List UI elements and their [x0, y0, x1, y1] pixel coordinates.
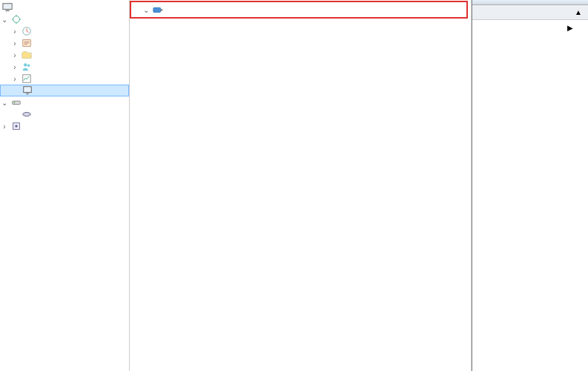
caret-up-icon: ▲: [575, 8, 582, 16]
tree-item[interactable]: ›: [0, 37, 129, 49]
tree-item[interactable]: ›: [0, 49, 129, 61]
shared-folders-icon: [21, 49, 33, 61]
chevron-right-icon[interactable]: ›: [0, 122, 9, 131]
svg-point-11: [14, 102, 16, 104]
storage-icon: [10, 96, 22, 108]
chevron-down-icon[interactable]: ⌄: [0, 16, 9, 24]
tree-item[interactable]: ›: [0, 61, 129, 73]
svg-rect-10: [13, 101, 21, 104]
tree-item[interactable]: ›: [0, 25, 129, 37]
tree-storage[interactable]: ⌄: [0, 96, 129, 108]
chevron-right-icon[interactable]: ›: [10, 39, 19, 47]
svg-point-13: [26, 114, 27, 115]
device-tree: ⌄: [130, 0, 472, 371]
chevron-right-icon[interactable]: ›: [10, 51, 19, 59]
tree-services[interactable]: ›: [0, 120, 129, 132]
actions-subheader[interactable]: ▲: [472, 5, 588, 20]
local-users-icon: [21, 61, 33, 73]
svg-rect-9: [26, 93, 29, 95]
tree-item[interactable]: ›: [0, 73, 129, 85]
svg-rect-16: [153, 7, 161, 12]
chevron-right-icon[interactable]: ›: [10, 63, 19, 71]
actions-panel: ▲ ▶: [472, 0, 588, 371]
svg-point-6: [27, 65, 30, 68]
svg-rect-17: [161, 9, 163, 11]
svg-point-15: [15, 125, 18, 128]
more-actions[interactable]: ▶: [472, 20, 588, 27]
network-adapters-highlight: ⌄: [130, 1, 468, 19]
chevron-down-icon[interactable]: ⌄: [142, 6, 151, 14]
chevron-down-icon[interactable]: ⌄: [0, 99, 9, 107]
performance-icon: [21, 73, 33, 85]
event-viewer-icon: [21, 37, 33, 49]
category-network-adapters[interactable]: ⌄: [131, 4, 466, 16]
svg-rect-8: [24, 87, 32, 93]
tree-root[interactable]: [0, 1, 129, 13]
chevron-right-icon[interactable]: ›: [10, 75, 19, 83]
svg-rect-1: [5, 10, 9, 12]
svg-rect-0: [3, 4, 12, 10]
computer-icon: [1, 1, 13, 13]
svg-point-5: [24, 63, 27, 66]
tree-item[interactable]: [0, 108, 129, 120]
actions-header: [472, 0, 588, 5]
services-icon: [10, 120, 22, 132]
svg-rect-7: [23, 75, 31, 83]
tools-icon: [10, 13, 22, 25]
nav-tree: ⌄ › › › › › ⌄ ›: [0, 0, 130, 371]
task-scheduler-icon: [21, 25, 33, 37]
chevron-right-icon[interactable]: ›: [10, 27, 19, 36]
device-manager-icon: [22, 85, 33, 96]
svg-point-2: [13, 16, 20, 23]
disk-mgmt-icon: [21, 108, 33, 120]
tree-systools[interactable]: ⌄: [0, 13, 129, 25]
tree-device-manager[interactable]: [0, 85, 129, 96]
network-adapter-icon: [152, 4, 164, 16]
chevron-right-icon: ▶: [567, 24, 573, 32]
